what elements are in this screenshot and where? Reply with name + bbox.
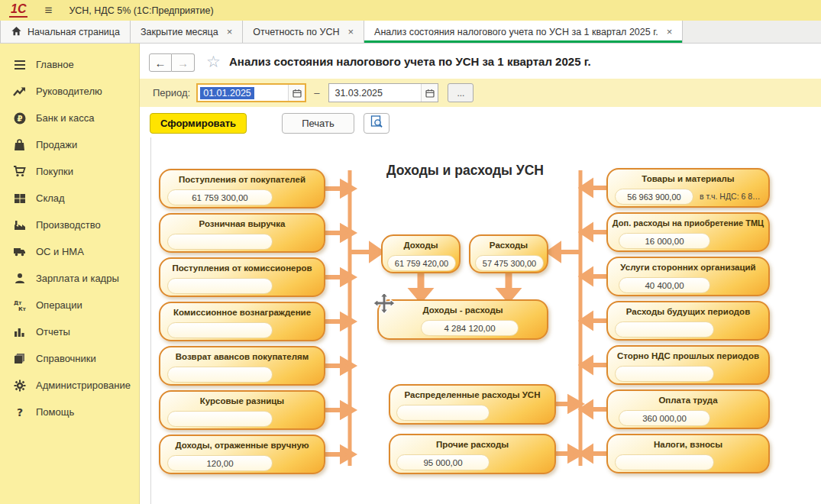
sidebar-item-otchety[interactable]: Отчеты (0, 318, 139, 345)
expense-source-box-tmc-extra[interactable]: Доп. расходы на приобретение ТМЦ 16 000,… (606, 212, 770, 252)
sidebar-item-zarplata-i-kadry[interactable]: Зарплата и кадры (0, 265, 139, 292)
other-expenses-box[interactable]: Прочие расходы 95 000,00 (389, 434, 556, 474)
books-icon (13, 352, 26, 365)
period-more-button[interactable]: ... (448, 83, 474, 102)
calendar-icon[interactable] (421, 84, 438, 102)
print-preview-button[interactable] (364, 113, 389, 134)
box-value: 360 000,00 (619, 410, 710, 426)
income-source-box-manual-income[interactable]: Доходы, отраженные вручную 120,00 (159, 435, 325, 474)
sidebar-item-operatsii[interactable]: ДтКт Операции (0, 292, 139, 318)
income-minus-expenses-box[interactable]: Доходы - расходы 4 284 120,00 (377, 299, 548, 340)
close-tab-icon[interactable]: × (348, 26, 354, 37)
sidebar-item-proizvodstvo[interactable]: Производство (0, 212, 139, 238)
box-title: Возврат авансов покупателям (160, 352, 324, 361)
title-bar: 1С ≡ УСН, НДС 5% (1С:Предприятие) (0, 0, 821, 21)
box-title: Доходы - расходы (379, 305, 547, 315)
svg-text:Кт: Кт (18, 306, 26, 312)
sidebar-item-rukovoditelyu[interactable]: Руководителю (0, 78, 139, 105)
generate-button[interactable]: Сформировать (150, 113, 247, 134)
close-tab-icon[interactable]: × (227, 26, 233, 37)
shopping-bag-icon (13, 138, 26, 151)
date-to-input[interactable]: 31.03.2025 (328, 83, 438, 102)
sidebar-item-glavnoe[interactable]: Главное (0, 51, 139, 78)
box-title: Налоги, взносы (608, 440, 768, 449)
back-button[interactable]: ← (149, 53, 172, 72)
usn-flow-diagram: Доходы и расходы УСН Поступления от поку… (150, 137, 821, 504)
box-value (615, 366, 714, 382)
box-title: Розничная выручка (160, 219, 324, 228)
tab-home[interactable]: Начальная страница (0, 21, 131, 43)
forward-button[interactable]: → (172, 53, 195, 72)
income-source-box-commissioners[interactable]: Поступления от комиссионеров (159, 257, 325, 297)
box-title: Комиссионное вознаграждение (160, 308, 324, 317)
sidebar-item-spravochniki[interactable]: Справочники (0, 345, 139, 372)
app-title: УСН, НДС 5% (1С:Предприятие) (69, 5, 213, 16)
expense-source-box-taxes[interactable]: Налоги, взносы (606, 434, 770, 473)
sidebar-item-sklad[interactable]: Склад (0, 185, 139, 212)
expense-source-box-future-periods[interactable]: Расходы будущих периодов (606, 301, 770, 341)
income-source-box-exchange-differences[interactable]: Курсовые разницы (159, 390, 325, 430)
date-from-input[interactable]: 01.01.2025 (196, 83, 306, 102)
tab-usn-reporting[interactable]: Отчетность по УСН × (243, 21, 364, 43)
date-to-value: 31.03.2025 (331, 87, 421, 99)
favorite-star-icon[interactable]: ☆ (206, 52, 221, 71)
sidebar-item-bank-i-kassa[interactable]: ₽ Банк и касса (0, 105, 139, 131)
tab-usn-analysis[interactable]: Анализ состояния налогового учета по УСН… (364, 21, 683, 43)
box-value (167, 278, 273, 294)
tab-label: Закрытие месяца (141, 27, 218, 37)
sidebar-item-label: Главное (36, 59, 74, 70)
income-source-box-customers[interactable]: Поступления от покупателей 61 759 300,00 (159, 169, 325, 208)
calendar-icon[interactable] (288, 85, 305, 101)
box-value: 16 000,00 (619, 233, 710, 249)
range-dash: – (314, 87, 319, 99)
box-title: Оплата труда (608, 396, 768, 405)
box-title: Курсовые разницы (160, 396, 324, 405)
total-expenses-box[interactable]: Расходы 57 475 300,00 (469, 234, 548, 273)
sidebar-item-label: Производство (36, 219, 101, 231)
question-icon: ? (13, 405, 26, 418)
main-menu-icon[interactable]: ≡ (44, 4, 52, 17)
sidebar-item-label: Отчеты (36, 326, 70, 338)
sidebar-item-label: Продажи (36, 139, 77, 150)
sidebar-item-label: Справочники (36, 353, 96, 364)
section-panel: Главное Руководителю ₽ Банк и касса Прод… (0, 44, 140, 504)
tab-month-closing[interactable]: Закрытие месяца × (131, 21, 243, 43)
tab-bar-filler (683, 21, 821, 43)
distributed-usn-expenses-box[interactable]: Распределенные расходы УСН (389, 384, 556, 425)
box-title: Доходы (383, 241, 459, 250)
print-button[interactable]: Печать (282, 113, 354, 134)
home-icon (11, 25, 22, 39)
warehouse-icon (13, 192, 26, 205)
income-source-box-advance-returns[interactable]: Возврат авансов покупателям (159, 346, 325, 386)
sidebar-item-label: Администрирование (36, 380, 131, 391)
box-value: 56 963 900,00 (615, 189, 693, 205)
debit-credit-icon: ДтКт (13, 299, 26, 312)
sidebar-item-os-i-nma[interactable]: ОС и НМА (0, 238, 139, 265)
total-income-box[interactable]: Доходы 61 759 420,00 (381, 234, 461, 273)
svg-text:Дт: Дт (14, 300, 22, 306)
preview-magnifier-icon (370, 115, 383, 131)
expense-source-box-third-party-services[interactable]: Услуги сторонних организаций 40 400,00 (606, 257, 770, 296)
menu-lines-icon (13, 58, 26, 71)
expense-source-box-payroll[interactable]: Оплата труда 360 000,00 (606, 389, 770, 429)
box-title: Доходы, отраженные вручную (160, 441, 324, 450)
date-from-value: 01.01.2025 (200, 87, 254, 99)
expense-source-box-goods-materials[interactable]: Товары и материалы 56 963 900,00 в т.ч. … (606, 168, 770, 208)
box-value (167, 411, 273, 427)
box-value: 61 759 420,00 (387, 255, 456, 271)
sidebar-item-prodazhi[interactable]: Продажи (0, 131, 139, 158)
sidebar-item-label: ОС и НМА (36, 246, 84, 257)
box-value: 40 400,00 (619, 277, 710, 293)
income-source-box-retail[interactable]: Розничная выручка (159, 213, 325, 253)
expense-source-box-vat-reversal[interactable]: Сторно НДС прошлых периодов (606, 345, 770, 385)
sidebar-item-administrirovanie[interactable]: Администрирование (0, 372, 139, 399)
sidebar-item-pomosch[interactable]: ? Помощь (0, 399, 139, 425)
box-title: Поступления от комиссионеров (160, 263, 324, 273)
tab-label: Отчетность по УСН (253, 27, 339, 37)
sidebar-item-pokupki[interactable]: Покупки (0, 158, 139, 185)
income-source-box-commission-fee[interactable]: Комиссионное вознаграждение (159, 302, 325, 341)
box-value (167, 367, 273, 383)
close-tab-icon[interactable]: × (667, 26, 673, 37)
period-bar: Период: 01.01.2025 – 31.03.2025 ... (140, 79, 821, 107)
box-title: Сторно НДС прошлых периодов (608, 351, 768, 360)
